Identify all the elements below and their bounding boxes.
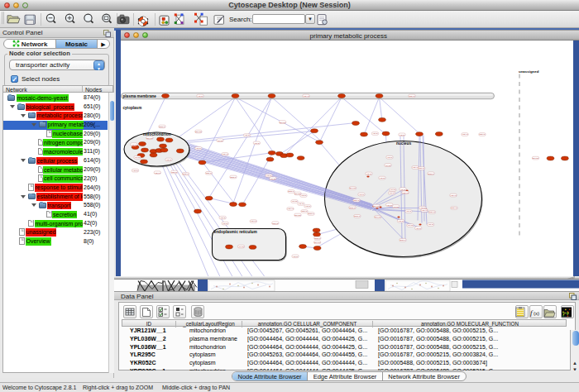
svg-text:Yol-cd: Yol-cd — [385, 164, 391, 166]
svg-text:Yol-cd: Yol-cd — [270, 177, 276, 179]
svg-text:Cdc-al: Cdc-al — [480, 133, 486, 136]
svg-text:Yol-cd: Yol-cd — [292, 200, 298, 203]
svg-text:Yol-cd: Yol-cd — [393, 205, 399, 208]
svg-text:Ydr-al: Ydr-al — [132, 170, 138, 172]
svg-text:Cdc-al: Cdc-al — [409, 94, 415, 97]
svg-text:Ygl-al: Ygl-al — [299, 203, 304, 205]
svg-text:Smc-p: Smc-p — [354, 215, 361, 218]
svg-text:Ydr-al: Ydr-al — [305, 205, 311, 208]
svg-text:Cdc-al: Cdc-al — [272, 222, 278, 224]
svg-text:Ydr-al: Ydr-al — [223, 222, 228, 225]
svg-text:Cdc-al: Cdc-al — [354, 199, 360, 202]
svg-text:endoplasmic reticulum: endoplasmic reticulum — [214, 230, 257, 234]
svg-text:Anb4-p: Anb4-p — [154, 171, 160, 174]
svg-text:Yol-cd: Yol-cd — [218, 139, 223, 141]
svg-text:Anb4-p: Anb4-p — [421, 209, 428, 212]
svg-text:cytoplasm: cytoplasm — [123, 105, 142, 109]
svg-text:Smc-p: Smc-p — [289, 190, 295, 193]
svg-text:Ydr-al: Ydr-al — [254, 141, 260, 144]
svg-text:Anb4-p: Anb4-p — [250, 220, 256, 222]
svg-text:Ygl-al: Ygl-al — [166, 158, 172, 160]
svg-text:unassigned: unassigned — [519, 69, 539, 74]
svg-text:Anb4-p: Anb4-p — [222, 153, 228, 155]
svg-text:Smc-p: Smc-p — [350, 206, 356, 208]
svg-text:Ybr-al: Ybr-al — [359, 194, 365, 196]
svg-text:Smc-p: Smc-p — [428, 172, 435, 174]
svg-text:Anb4-p: Anb4-p — [303, 94, 309, 97]
svg-text:Anb4-p: Anb4-p — [450, 194, 457, 197]
svg-text:STX08: STX08 — [195, 131, 202, 133]
svg-text:Cdc-al: Cdc-al — [429, 211, 435, 213]
svg-text:STX08: STX08 — [314, 241, 321, 243]
svg-text:Cdc-al: Cdc-al — [452, 207, 457, 209]
svg-text:Ybr-al: Ybr-al — [301, 194, 307, 197]
svg-text:Anb4-p: Anb4-p — [287, 208, 294, 210]
svg-text:Ydr-al: Ydr-al — [198, 94, 203, 97]
svg-text:Ygl-al: Ygl-al — [400, 188, 406, 190]
svg-text:Anb4-p: Anb4-p — [402, 191, 409, 194]
svg-text:Anb4-p: Anb4-p — [462, 133, 468, 136]
svg-text:Yol-cd: Yol-cd — [238, 246, 244, 248]
svg-text:STX08: STX08 — [373, 205, 380, 208]
svg-text:STX08: STX08 — [294, 213, 301, 216]
svg-text:(x): (x) — [534, 311, 539, 316]
svg-text:Ygl-al: Ygl-al — [372, 132, 378, 135]
svg-text:Ydr-al: Ydr-al — [380, 177, 385, 179]
svg-text:Cdc-al: Cdc-al — [171, 170, 177, 173]
svg-text:Smc-p: Smc-p — [400, 239, 407, 241]
svg-text:Smc-p: Smc-p — [309, 213, 315, 215]
svg-text:Cdc-al: Cdc-al — [419, 167, 424, 170]
svg-text:STX08: STX08 — [375, 216, 381, 218]
svg-text:Ydr-al: Ydr-al — [428, 223, 433, 226]
svg-text:Ydr-al: Ydr-al — [390, 192, 395, 194]
svg-text:Cdc-al: Cdc-al — [302, 210, 308, 213]
svg-text:Smc-p: Smc-p — [183, 173, 189, 175]
svg-text:Yol-cd: Yol-cd — [390, 189, 396, 191]
svg-text:STX08: STX08 — [350, 187, 356, 189]
svg-text:STX08: STX08 — [533, 157, 539, 160]
svg-text:Ybr-al: Ybr-al — [398, 220, 404, 222]
svg-text:Smc-p: Smc-p — [160, 125, 166, 127]
svg-text:Ygl-al: Ygl-al — [416, 227, 422, 229]
svg-text:Ygl-al: Ygl-al — [366, 172, 372, 174]
svg-text:Ybr-al: Ybr-al — [293, 255, 299, 257]
svg-text:plasma membrane: plasma membrane — [123, 94, 157, 98]
svg-text:Yol-cd: Yol-cd — [408, 224, 414, 227]
svg-text:STX08: STX08 — [280, 121, 286, 123]
svg-text:Ybr-al: Ybr-al — [387, 203, 393, 206]
svg-text:Ybr-al: Ybr-al — [387, 156, 393, 159]
svg-text:Ygl-al: Ygl-al — [220, 217, 226, 219]
svg-text:Ydr-al: Ydr-al — [400, 133, 405, 136]
svg-text:Cdc-al: Cdc-al — [206, 172, 212, 174]
svg-text:Smc-p: Smc-p — [314, 237, 321, 239]
svg-text:Smc-p: Smc-p — [231, 175, 237, 178]
svg-text:STX08: STX08 — [146, 136, 153, 139]
svg-text:Yol-cd: Yol-cd — [135, 156, 141, 159]
svg-text:Ybr-al: Ybr-al — [196, 147, 202, 150]
svg-text:Ybr-al: Ybr-al — [132, 143, 137, 146]
svg-text:Ygl-al: Ygl-al — [406, 210, 412, 213]
svg-text:Ygl-al: Ygl-al — [245, 134, 251, 136]
svg-text:mitochondrion: mitochondrion — [143, 131, 171, 136]
